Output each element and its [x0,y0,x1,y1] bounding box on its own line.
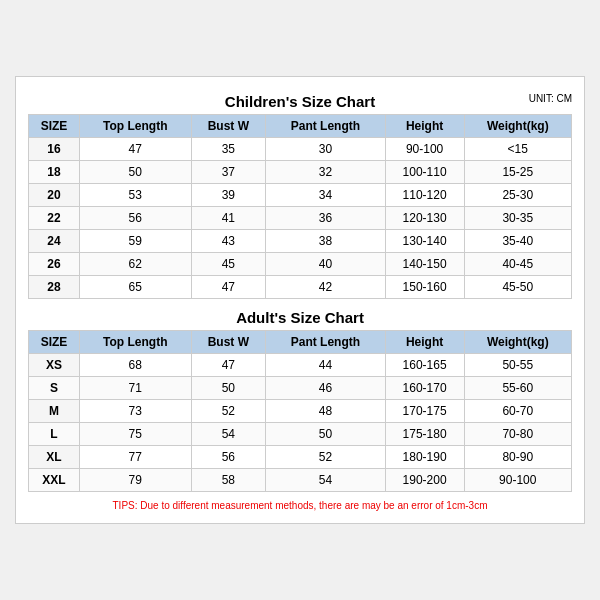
table-cell: 47 [191,354,266,377]
table-cell: 35-40 [464,230,571,253]
table-cell: 42 [266,276,386,299]
table-cell: 47 [79,138,191,161]
children-col-top-length: Top Length [79,115,191,138]
table-cell: 77 [79,446,191,469]
table-cell: 45-50 [464,276,571,299]
table-cell: 90-100 [464,469,571,492]
table-cell: 65 [79,276,191,299]
table-row: 22564136120-13030-35 [29,207,572,230]
table-cell: 120-130 [385,207,464,230]
table-row: XL775652180-19080-90 [29,446,572,469]
children-col-height: Height [385,115,464,138]
table-cell: 18 [29,161,80,184]
table-cell: 24 [29,230,80,253]
children-col-bust: Bust W [191,115,266,138]
adult-col-height: Height [385,331,464,354]
table-row: M735248170-17560-70 [29,400,572,423]
table-cell: 59 [79,230,191,253]
table-cell: 20 [29,184,80,207]
table-cell: 70-80 [464,423,571,446]
table-cell: 37 [191,161,266,184]
table-cell: 32 [266,161,386,184]
table-cell: 22 [29,207,80,230]
table-cell: 160-165 [385,354,464,377]
adult-table: SIZE Top Length Bust W Pant Length Heigh… [28,330,572,492]
table-row: 18503732100-11015-25 [29,161,572,184]
table-cell: 50 [266,423,386,446]
table-cell: 75 [79,423,191,446]
table-cell: XL [29,446,80,469]
table-cell: 58 [191,469,266,492]
children-col-pant: Pant Length [266,115,386,138]
table-cell: 60-70 [464,400,571,423]
table-cell: 44 [266,354,386,377]
table-row: XS684744160-16550-55 [29,354,572,377]
table-cell: 50 [79,161,191,184]
table-cell: 180-190 [385,446,464,469]
table-row: 28654742150-16045-50 [29,276,572,299]
table-cell: 54 [191,423,266,446]
table-cell: 110-120 [385,184,464,207]
table-cell: 35 [191,138,266,161]
table-cell: 43 [191,230,266,253]
table-cell: 48 [266,400,386,423]
table-cell: M [29,400,80,423]
table-cell: 52 [191,400,266,423]
tips-text: TIPS: Due to different measurement metho… [28,498,572,513]
table-cell: 40 [266,253,386,276]
table-cell: 28 [29,276,80,299]
table-row: S715046160-17055-60 [29,377,572,400]
children-header-row: SIZE Top Length Bust W Pant Length Heigh… [29,115,572,138]
table-cell: 190-200 [385,469,464,492]
table-cell: 53 [79,184,191,207]
children-title-text: Children's Size Chart [225,93,375,110]
table-cell: 90-100 [385,138,464,161]
table-cell: L [29,423,80,446]
adult-col-top-length: Top Length [79,331,191,354]
table-cell: 47 [191,276,266,299]
table-cell: 36 [266,207,386,230]
table-cell: 26 [29,253,80,276]
table-cell: 15-25 [464,161,571,184]
table-cell: 30-35 [464,207,571,230]
unit-label: UNIT: CM [529,93,572,104]
table-cell: <15 [464,138,571,161]
table-cell: 40-45 [464,253,571,276]
children-col-weight: Weight(kg) [464,115,571,138]
children-col-size: SIZE [29,115,80,138]
adult-col-weight: Weight(kg) [464,331,571,354]
table-cell: S [29,377,80,400]
children-table: SIZE Top Length Bust W Pant Length Heigh… [28,114,572,299]
table-cell: 56 [79,207,191,230]
table-cell: 16 [29,138,80,161]
adult-header-row: SIZE Top Length Bust W Pant Length Heigh… [29,331,572,354]
table-cell: 71 [79,377,191,400]
table-row: 26624540140-15040-45 [29,253,572,276]
table-row: L755450175-18070-80 [29,423,572,446]
table-cell: 30 [266,138,386,161]
table-cell: 34 [266,184,386,207]
table-cell: 80-90 [464,446,571,469]
adult-title-text: Adult's Size Chart [236,309,364,326]
table-row: XXL795854190-20090-100 [29,469,572,492]
table-cell: 38 [266,230,386,253]
table-cell: 150-160 [385,276,464,299]
table-cell: 41 [191,207,266,230]
table-cell: 68 [79,354,191,377]
table-cell: 52 [266,446,386,469]
chart-container: Children's Size Chart UNIT: CM SIZE Top … [15,76,585,524]
table-cell: 175-180 [385,423,464,446]
table-cell: 54 [266,469,386,492]
table-cell: 73 [79,400,191,423]
table-cell: XXL [29,469,80,492]
table-row: 24594338130-14035-40 [29,230,572,253]
table-row: 1647353090-100<15 [29,138,572,161]
table-cell: 55-60 [464,377,571,400]
table-cell: 160-170 [385,377,464,400]
adult-col-pant: Pant Length [266,331,386,354]
adult-col-size: SIZE [29,331,80,354]
table-cell: 79 [79,469,191,492]
table-cell: 25-30 [464,184,571,207]
table-cell: 100-110 [385,161,464,184]
table-cell: 130-140 [385,230,464,253]
